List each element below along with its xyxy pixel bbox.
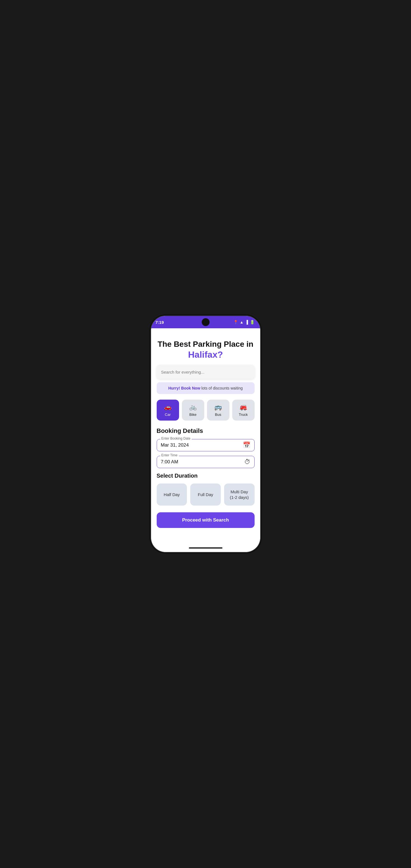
- phone-screen: 7:19 📍 ▲ ▐ 🔋 The Best Parking Place in H…: [151, 316, 260, 552]
- date-input-row: Mar 31, 2024 📅: [161, 441, 251, 449]
- battery-icon: 🔋: [250, 320, 255, 324]
- proceed-search-button[interactable]: Proceed with Search: [157, 512, 255, 528]
- header-title-city: Halifax?: [157, 349, 255, 361]
- app-header: The Best Parking Place in Halifax?: [151, 328, 260, 365]
- vehicle-label-truck: Truck: [239, 412, 247, 417]
- promo-banner: Hurry! Book Now lots of discounts waitin…: [157, 382, 255, 394]
- status-time: 7:19: [155, 320, 164, 325]
- vehicle-btn-bus[interactable]: 🚌 Bus: [207, 400, 229, 421]
- promo-text: Hurry! Book Now lots of discounts waitin…: [168, 386, 242, 391]
- bike-icon: 🚲: [189, 404, 197, 411]
- vehicle-types: 🚗 Car 🚲 Bike 🚌 Bus 🚒 Truck: [151, 400, 260, 421]
- home-bar: [189, 547, 223, 549]
- location-icon: 📍: [233, 320, 238, 324]
- car-icon: 🚗: [164, 404, 172, 411]
- time-input-row: 7:00 AM ⏱: [161, 458, 251, 466]
- clock-icon: ⏱: [244, 458, 251, 466]
- search-input[interactable]: [157, 365, 255, 379]
- date-value: Mar 31, 2024: [161, 442, 189, 448]
- time-value: 7:00 AM: [161, 459, 178, 465]
- vehicle-label-car: Car: [165, 412, 171, 417]
- duration-half-day[interactable]: Half Day: [157, 484, 187, 505]
- booking-time-group[interactable]: Enter Time 7:00 AM ⏱: [157, 456, 255, 468]
- search-container: [151, 365, 260, 382]
- vehicle-btn-truck[interactable]: 🚒 Truck: [232, 400, 255, 421]
- duration-options: Half Day Full Day Multi Day(1-2 days): [151, 484, 260, 505]
- time-label: Enter Time: [160, 453, 179, 457]
- home-indicator: [151, 544, 260, 552]
- wifi-icon: ▲: [240, 320, 244, 324]
- date-label: Enter Booking Date: [160, 436, 192, 440]
- scroll-content: The Best Parking Place in Halifax? Hurry…: [151, 328, 260, 544]
- truck-icon: 🚒: [239, 404, 247, 411]
- header-title-line1: The Best Parking Place in: [157, 339, 255, 349]
- phone-frame: 7:19 📍 ▲ ▐ 🔋 The Best Parking Place in H…: [151, 316, 260, 552]
- status-icons: 📍 ▲ ▐ 🔋: [233, 320, 255, 324]
- promo-rest: lots of discounts waiting: [200, 386, 243, 391]
- duration-full-day[interactable]: Full Day: [190, 484, 221, 505]
- vehicle-btn-car[interactable]: 🚗 Car: [157, 400, 179, 421]
- calendar-icon: 📅: [243, 441, 251, 449]
- camera-notch: [202, 318, 210, 326]
- signal-icon: ▐: [245, 320, 248, 324]
- booking-date-group[interactable]: Enter Booking Date Mar 31, 2024 📅: [157, 439, 255, 451]
- section-title: Booking Details: [157, 427, 255, 435]
- booking-section: Booking Details Enter Booking Date Mar 3…: [151, 427, 260, 468]
- vehicle-label-bike: Bike: [189, 412, 197, 417]
- bus-icon: 🚌: [214, 404, 222, 411]
- vehicle-btn-bike[interactable]: 🚲 Bike: [182, 400, 204, 421]
- duration-title: Select Duration: [151, 473, 260, 479]
- duration-multi-day[interactable]: Multi Day(1-2 days): [224, 484, 255, 505]
- vehicle-label-bus: Bus: [215, 412, 221, 417]
- promo-highlight: Hurry! Book Now: [168, 386, 200, 391]
